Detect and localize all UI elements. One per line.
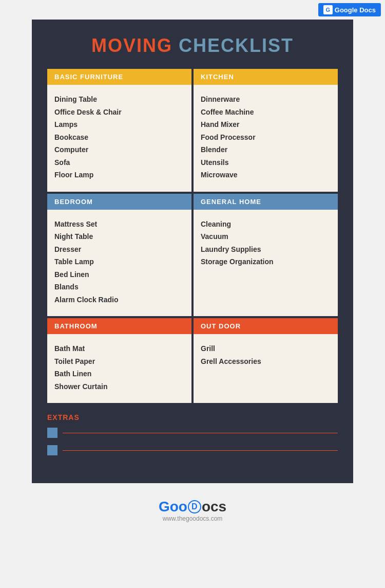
item: Storage Organization: [201, 255, 331, 268]
section-body-outdoor: Grill Grell Accessories: [194, 334, 338, 378]
item: Dining Table: [54, 93, 184, 106]
title-moving: MOVING: [91, 35, 172, 56]
logo-ocs: ocs: [202, 499, 226, 515]
section-body-general-home: Cleaning Vacuum Laundry Supplies Storage…: [194, 210, 338, 279]
section-kitchen: KITCHEN Dinnerware Coffee Machine Hand M…: [194, 69, 338, 192]
section-body-bathroom: Bath Mat Toilet Paper Bath Linen Shower …: [47, 334, 191, 403]
item: Laundry Supplies: [201, 243, 331, 256]
title-checklist: CHECKLIST: [179, 35, 294, 56]
item: Microwave: [201, 169, 331, 181]
top-bar: G Google Docs: [0, 0, 385, 20]
section-header-kitchen: KITCHEN: [194, 69, 338, 85]
item: Alarm Clock Radio: [54, 293, 184, 306]
document-title: MOVING CHECKLIST: [47, 35, 338, 57]
extras-row-1: [47, 428, 338, 438]
watermark-area: GooDocs www.thegoodocs.com: [0, 483, 385, 532]
google-docs-icon: G: [323, 5, 333, 14]
section-header-outdoor: OUT DOOR: [194, 318, 338, 334]
item: Dinnerware: [201, 93, 331, 106]
item: Mattress Set: [54, 218, 184, 231]
section-body-basic-furniture: Dining Table Office Desk & Chair Lamps B…: [47, 85, 191, 192]
item: Night Table: [54, 230, 184, 243]
section-bedroom: BEDROOM Mattress Set Night Table Dresser…: [47, 194, 191, 317]
item: Grell Accessories: [201, 355, 331, 368]
section-header-bathroom: BATHROOM: [47, 318, 191, 334]
logo-d: D: [188, 500, 201, 513]
item: Dresser: [54, 243, 184, 256]
item: Bath Linen: [54, 368, 184, 380]
goodocs-url: www.thegoodocs.com: [0, 515, 385, 522]
section-header-bedroom: BEDROOM: [47, 194, 191, 210]
item: Vacuum: [201, 230, 331, 243]
section-basic-furniture: BASIC FURNITURE Dining Table Office Desk…: [47, 69, 191, 192]
item: Computer: [54, 143, 184, 156]
section-body-bedroom: Mattress Set Night Table Dresser Table L…: [47, 210, 191, 317]
section-bathroom: BATHROOM Bath Mat Toilet Paper Bath Line…: [47, 318, 191, 403]
item: Food Processor: [201, 131, 331, 144]
document-container: MOVING CHECKLIST BASIC FURNITURE Dining …: [32, 20, 353, 483]
item: Coffee Machine: [201, 106, 331, 119]
extras-line-2: [63, 450, 338, 451]
google-docs-label: Google Docs: [335, 6, 376, 14]
item: Floor Lamp: [54, 169, 184, 181]
goodocs-logo: GooDocs: [159, 499, 226, 515]
item: Office Desk & Chair: [54, 106, 184, 119]
logo-goo: Goo: [159, 499, 187, 515]
extras-checkbox-2[interactable]: [47, 445, 57, 455]
section-outdoor: OUT DOOR Grill Grell Accessories: [194, 318, 338, 403]
section-body-kitchen: Dinnerware Coffee Machine Hand Mixer Foo…: [194, 85, 338, 192]
item: Lamps: [54, 118, 184, 131]
item: Shower Curtain: [54, 380, 184, 393]
extras-section: EXTRAS: [47, 413, 338, 455]
item: Bath Mat: [54, 342, 184, 355]
item: Hand Mixer: [201, 118, 331, 131]
section-header-general-home: GENERAL HOME: [194, 194, 338, 210]
item: Blands: [54, 281, 184, 293]
item: Sofa: [54, 156, 184, 169]
extras-row-2: [47, 445, 338, 455]
section-header-basic-furniture: BASIC FURNITURE: [47, 69, 191, 85]
section-general-home: GENERAL HOME Cleaning Vacuum Laundry Sup…: [194, 194, 338, 317]
item: Bed Linen: [54, 268, 184, 281]
extras-checkbox-1[interactable]: [47, 428, 57, 438]
extras-line-1: [63, 433, 338, 433]
item: Utensils: [201, 156, 331, 169]
item: Cleaning: [201, 218, 331, 231]
item: Blender: [201, 143, 331, 156]
google-docs-badge[interactable]: G Google Docs: [318, 3, 381, 16]
item: Bookcase: [54, 131, 184, 144]
checklist-grid: BASIC FURNITURE Dining Table Office Desk…: [47, 69, 338, 403]
item: Grill: [201, 342, 331, 355]
item: Table Lamp: [54, 255, 184, 268]
extras-title: EXTRAS: [47, 413, 338, 421]
item: Toilet Paper: [54, 355, 184, 368]
